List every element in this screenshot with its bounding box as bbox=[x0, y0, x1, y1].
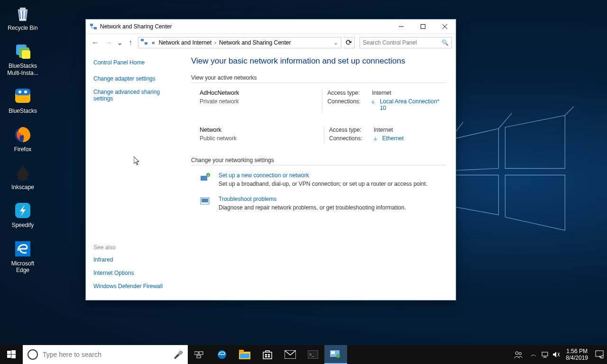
action-center-button[interactable]: 1 bbox=[592, 350, 607, 359]
bluestacks-icon bbox=[13, 87, 32, 106]
connection-icon: ⏚ bbox=[374, 135, 380, 142]
recycle-bin-icon bbox=[13, 4, 32, 23]
tray-volume-icon[interactable] bbox=[551, 345, 562, 364]
action-desc: Set up a broadband, dial-up, or VPN conn… bbox=[219, 181, 427, 187]
svg-text:>_: >_ bbox=[309, 352, 314, 357]
desktop-icon-speedify[interactable]: Speedify bbox=[4, 201, 42, 228]
forward-button[interactable]: → bbox=[103, 37, 114, 48]
action-troubleshoot: Troubleshoot problems Diagnose and repai… bbox=[191, 196, 446, 211]
taskbar-search-input[interactable] bbox=[43, 351, 174, 358]
network-entry: Network Public network Access type:Inter… bbox=[191, 127, 446, 144]
svg-rect-53 bbox=[331, 351, 335, 354]
breadcrumb-seg[interactable]: Network and Sharing Center bbox=[217, 39, 293, 46]
svg-marker-1 bbox=[505, 115, 565, 168]
bluestacks-multi-icon bbox=[13, 42, 32, 61]
sidebar-link-internet-options[interactable]: Internet Options bbox=[93, 270, 178, 276]
svg-rect-42 bbox=[239, 350, 244, 353]
svg-rect-33 bbox=[7, 351, 11, 354]
up-button[interactable]: ↑ bbox=[125, 37, 136, 48]
setup-connection-icon: + bbox=[200, 172, 215, 182]
sidebar-link-adapter[interactable]: Change adapter settings bbox=[93, 75, 178, 82]
svg-rect-47 bbox=[265, 356, 267, 357]
svg-rect-37 bbox=[194, 352, 198, 355]
see-also-label: See also bbox=[93, 244, 178, 251]
sidebar-link-infrared[interactable]: Infrared bbox=[93, 256, 178, 263]
clock-date: 8/4/2019 bbox=[566, 355, 588, 361]
task-view-button[interactable] bbox=[188, 345, 211, 364]
svg-marker-3 bbox=[505, 175, 565, 230]
svg-rect-25 bbox=[141, 39, 144, 41]
connection-link[interactable]: Local Area Connection* 10 bbox=[380, 98, 446, 111]
close-button[interactable] bbox=[434, 19, 456, 34]
desktop-icon-label: Microsoft Edge bbox=[5, 260, 41, 274]
control-panel-home-link[interactable]: Control Panel Home bbox=[93, 59, 178, 66]
desktop-icon-label: BlueStacks bbox=[9, 108, 37, 114]
inkscape-icon bbox=[13, 163, 32, 182]
start-button[interactable] bbox=[0, 345, 23, 364]
action-link[interactable]: Troubleshoot problems bbox=[219, 196, 276, 202]
minimize-button[interactable] bbox=[390, 19, 412, 34]
back-button[interactable]: ← bbox=[90, 37, 101, 48]
tray-network-icon[interactable] bbox=[539, 345, 551, 364]
desktop-icon-label: Recycle Bin bbox=[8, 25, 37, 31]
action-link[interactable]: Set up a new connection or network bbox=[219, 172, 309, 179]
refresh-button[interactable]: ⟳ bbox=[343, 37, 355, 48]
svg-text:1: 1 bbox=[602, 356, 603, 359]
firefox-icon bbox=[13, 125, 32, 144]
svg-marker-0 bbox=[450, 128, 499, 171]
sidebar-link-firewall[interactable]: Windows Defender Firewall bbox=[93, 283, 178, 290]
desktop-icon-bluestacks-multi[interactable]: BlueStacks Multi-Insta... bbox=[4, 42, 42, 76]
window-title: Network and Sharing Center bbox=[100, 23, 390, 30]
search-input[interactable] bbox=[363, 39, 441, 46]
sidebar-link-advanced-sharing[interactable]: Change advanced sharing settings bbox=[93, 89, 178, 102]
svg-rect-7 bbox=[20, 8, 26, 9]
network-name: AdHocNetwork bbox=[200, 90, 322, 96]
access-type-value: Internet bbox=[372, 90, 391, 96]
control-panel-window: Network and Sharing Center ← → ⌄ ↑ « Net… bbox=[85, 19, 456, 300]
chevron-right-icon: › bbox=[213, 39, 217, 46]
breadcrumb[interactable]: « Network and Internet › Network and Sha… bbox=[138, 37, 341, 48]
svg-rect-34 bbox=[11, 350, 16, 354]
connection-link[interactable]: Ethernet bbox=[382, 135, 404, 142]
connections-label: Connections: bbox=[327, 98, 371, 111]
desktop-icon-bluestacks[interactable]: BlueStacks bbox=[4, 87, 42, 114]
breadcrumb-seg[interactable]: Network and Internet bbox=[157, 39, 213, 46]
connection-icon: ⏚ bbox=[371, 98, 378, 111]
search-box[interactable]: 🔍 bbox=[359, 37, 452, 48]
desktop-icon-inkscape[interactable]: Inkscape bbox=[4, 163, 42, 191]
breadcrumb-prefix[interactable]: « bbox=[150, 39, 157, 46]
speedify-icon bbox=[13, 201, 32, 220]
taskbar-clock[interactable]: 1:56 PM 8/4/2019 bbox=[562, 348, 592, 362]
desktop-icon-firefox[interactable]: Firefox bbox=[4, 125, 42, 153]
svg-rect-22 bbox=[421, 25, 425, 29]
taskbar-app-control-panel[interactable] bbox=[324, 345, 347, 364]
desktop-icon-edge[interactable]: Microsoft Edge bbox=[4, 239, 42, 274]
taskbar-search[interactable]: 🎤 bbox=[23, 345, 188, 364]
svg-rect-36 bbox=[11, 355, 16, 358]
svg-marker-16 bbox=[16, 165, 29, 181]
taskbar-app-store[interactable] bbox=[256, 345, 279, 364]
recent-dropdown[interactable]: ⌄ bbox=[116, 37, 123, 48]
taskbar-app-cmd[interactable]: >_ bbox=[302, 345, 324, 364]
main-content: View your basic network information and … bbox=[185, 51, 456, 300]
access-type-label: Access type: bbox=[329, 127, 374, 133]
taskbar-app-edge[interactable] bbox=[211, 345, 233, 364]
svg-point-55 bbox=[515, 352, 518, 355]
tray-overflow[interactable]: ︿ bbox=[528, 345, 539, 364]
active-networks-heading: View your active networks bbox=[191, 74, 446, 83]
search-icon: 🔍 bbox=[441, 39, 449, 46]
mic-icon[interactable]: 🎤 bbox=[174, 350, 183, 359]
desktop-icon-recycle-bin[interactable]: Recycle Bin bbox=[4, 4, 42, 31]
taskbar-app-mail[interactable] bbox=[279, 345, 302, 364]
svg-marker-2 bbox=[450, 175, 499, 215]
svg-rect-44 bbox=[263, 352, 272, 359]
maximize-button[interactable] bbox=[412, 19, 434, 34]
svg-text:+: + bbox=[207, 173, 210, 177]
people-button[interactable] bbox=[509, 345, 528, 364]
action-desc: Diagnose and repair network problems, or… bbox=[219, 204, 406, 211]
taskbar-app-explorer[interactable] bbox=[233, 345, 256, 364]
network-sharing-icon bbox=[90, 23, 97, 30]
breadcrumb-dropdown[interactable]: ⌄ bbox=[332, 39, 339, 46]
access-type-label: Access type: bbox=[327, 90, 372, 96]
titlebar[interactable]: Network and Sharing Center bbox=[86, 19, 456, 34]
